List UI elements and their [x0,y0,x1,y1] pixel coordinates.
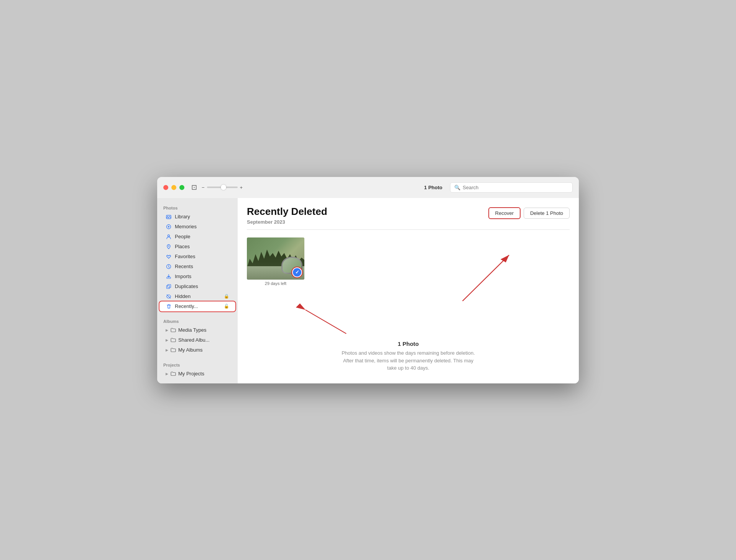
date-section-label: September 2023 [247,219,327,225]
albums-section-label: Albums [157,316,238,325]
days-left-label: 29 days left [265,281,286,286]
photo-thumbnail[interactable]: ✓ [247,237,304,280]
search-icon: 🔍 [454,185,460,190]
sidebar-item-my-albums[interactable]: ▶ My Albums [159,345,235,355]
hidden-lock-icon: 🔒 [224,294,229,299]
sidebar-item-recents[interactable]: Recents [159,262,235,272]
projects-section-label: Projects [157,360,238,369]
recently-deleted-icon [166,303,172,309]
description-line1: Photos and videos show the days remainin… [342,350,475,356]
zoom-controls: − + [202,185,243,190]
content-area: Recently Deleted September 2023 Recover … [238,198,579,383]
shared-albums-chevron: ▶ [166,338,168,342]
sidebar-item-hidden-label: Hidden [175,293,221,299]
sidebar-item-recently-deleted-label: Recently... [175,303,221,309]
zoom-slider[interactable] [207,187,238,188]
bottom-photo-count: 1 Photo [247,341,570,347]
recover-button[interactable]: Recover [488,207,521,219]
photo-grid: ✓ 29 days left [238,230,579,333]
titlebar: ⊡ − + 1 Photo 🔍 [157,177,579,198]
library-icon [166,214,172,220]
sidebar-item-my-albums-label: My Albums [178,347,203,353]
sidebar-item-favorites-label: Favorites [175,254,229,259]
minimize-button[interactable] [171,185,176,190]
zoom-minus-label[interactable]: − [202,185,205,190]
places-icon [166,244,172,250]
page-title: Recently Deleted [247,206,327,218]
svg-point-5 [168,246,169,247]
sidebar-item-people-label: People [175,234,229,239]
recents-icon [166,264,172,270]
sidebar-item-recents-label: Recents [175,264,229,269]
sidebar-item-duplicates-label: Duplicates [175,283,229,289]
sidebar-item-imports[interactable]: Imports [159,272,235,282]
toolbar-photo-count: 1 Photo [424,185,442,190]
svg-rect-9 [168,284,171,288]
sidebar-item-imports-label: Imports [175,273,229,279]
imports-icon [166,273,172,280]
content-header: Recently Deleted September 2023 Recover … [238,198,579,229]
svg-point-4 [168,235,170,237]
header-left: Recently Deleted September 2023 [247,206,327,225]
memories-icon [166,224,172,230]
media-types-chevron: ▶ [166,328,168,332]
close-button[interactable] [163,185,168,190]
sidebar-item-my-projects[interactable]: ▶ My Projects [159,369,235,379]
photo-item[interactable]: ✓ 29 days left [247,237,304,286]
sidebar-item-places-label: Places [175,244,229,249]
my-projects-folder-icon [171,371,176,377]
svg-point-3 [168,226,169,228]
selection-checkmark[interactable]: ✓ [292,267,302,277]
bottom-description: Photos and videos show the days remainin… [247,349,570,372]
sidebar-item-library[interactable]: Library [159,212,235,222]
sidebar-item-recently-deleted[interactable]: Recently... 🔓 [159,301,235,311]
checkmark-inner: ✓ [293,268,301,277]
search-bar[interactable]: 🔍 [450,182,573,193]
sidebar-item-people[interactable]: People [159,232,235,242]
photos-section-label: Photos [157,203,238,212]
app-window: ⊡ − + 1 Photo 🔍 Photos [157,177,579,383]
toolbar: ⊡ − + 1 Photo 🔍 [191,182,573,193]
main-layout: Photos Library [157,198,579,383]
description-line3: take up to 40 days. [387,365,429,371]
sidebar-item-library-label: Library [175,214,229,219]
header-actions: Recover Delete 1 Photo [488,207,570,219]
sidebar-item-favorites[interactable]: Favorites [159,252,235,262]
my-albums-folder-icon [171,347,176,353]
hidden-icon [166,293,172,300]
search-input[interactable] [463,185,568,190]
sidebar-item-shared-albums[interactable]: ▶ Shared Albu... [159,335,235,345]
sidebar-item-memories-label: Memories [175,224,229,229]
my-projects-chevron: ▶ [166,372,168,376]
content-wrapper: ✓ 29 days left [238,230,579,383]
sidebar-item-memories[interactable]: Memories [159,222,235,232]
duplicates-icon [166,283,172,290]
sidebar: Photos Library [157,198,238,383]
recently-deleted-lock-icon: 🔓 [224,304,229,309]
sidebar-item-places[interactable]: Places [159,242,235,252]
slideshow-icon[interactable]: ⊡ [191,183,197,192]
my-albums-chevron: ▶ [166,348,168,352]
bottom-info: 1 Photo Photos and videos show the days … [238,333,579,383]
svg-rect-8 [167,285,170,289]
sidebar-item-media-types-label: Media Types [178,327,206,333]
media-types-folder-icon [171,327,176,333]
sidebar-item-hidden[interactable]: Hidden 🔒 [159,291,235,301]
sidebar-item-media-types[interactable]: ▶ Media Types [159,325,235,335]
sidebar-item-duplicates[interactable]: Duplicates [159,282,235,291]
sidebar-item-my-projects-label: My Projects [178,371,204,377]
zoom-plus-label[interactable]: + [240,185,243,190]
description-line2: After that time, items will be permanent… [343,358,473,364]
shared-albums-folder-icon [171,337,176,343]
people-icon [166,234,172,240]
delete-button[interactable]: Delete 1 Photo [524,208,570,219]
traffic-lights [163,185,184,190]
sidebar-item-shared-albums-label: Shared Albu... [178,337,210,343]
favorites-icon [166,254,172,260]
maximize-button[interactable] [179,185,184,190]
zoom-slider-thumb [221,185,226,190]
